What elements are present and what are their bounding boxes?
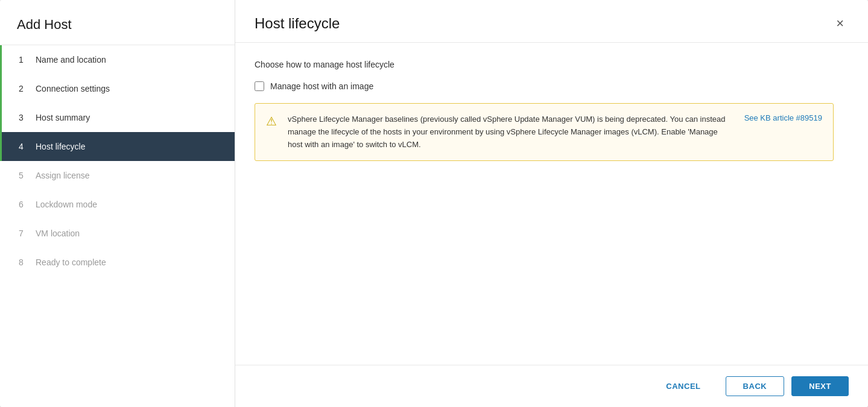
page-title: Host lifecycle: [255, 15, 340, 32]
step-label-5: Assign license: [36, 171, 90, 180]
main-content: Choose how to manage host lifecycle Mana…: [235, 43, 868, 365]
warning-banner: ⚠ vSphere Lifecycle Manager baselines (p…: [255, 103, 834, 161]
close-button[interactable]: ×: [831, 14, 849, 33]
warning-text: vSphere Lifecycle Manager baselines (pre…: [288, 113, 735, 151]
dialog-title: Add Host: [0, 0, 235, 45]
step-number-8: 8: [19, 257, 28, 267]
step-label-3: Host summary: [36, 113, 90, 122]
sidebar-step-2[interactable]: 2 Connection settings: [0, 74, 235, 103]
step-label-8: Ready to complete: [36, 257, 106, 267]
sidebar-step-1[interactable]: 1 Name and location: [0, 45, 235, 74]
manage-image-checkbox[interactable]: [255, 81, 264, 91]
step-label-6: Lockdown mode: [36, 200, 97, 209]
manage-image-label[interactable]: Manage host with an image: [270, 81, 373, 91]
step-number-3: 3: [19, 113, 28, 122]
warning-content: vSphere Lifecycle Manager baselines (pre…: [288, 113, 822, 151]
main-panel: Host lifecycle × Choose how to manage ho…: [235, 0, 868, 407]
sidebar-step-5[interactable]: 5 Assign license: [0, 161, 235, 190]
step-label-2: Connection settings: [36, 84, 110, 93]
step-number-1: 1: [19, 55, 28, 65]
warning-top-row: vSphere Lifecycle Manager baselines (pre…: [288, 113, 822, 151]
step-label-4: Host lifecycle: [36, 142, 85, 151]
sidebar: Add Host 1 Name and location 2 Connectio…: [0, 0, 235, 407]
sidebar-step-4: 4 Host lifecycle: [0, 132, 235, 161]
step-number-2: 2: [19, 84, 28, 93]
steps-list: 1 Name and location 2 Connection setting…: [0, 45, 235, 407]
step-number-5: 5: [19, 171, 28, 180]
step-label-1: Name and location: [36, 55, 106, 65]
step-label-7: VM location: [36, 229, 80, 238]
step-number-6: 6: [19, 200, 28, 209]
sidebar-step-6[interactable]: 6 Lockdown mode: [0, 190, 235, 219]
kb-article-link[interactable]: See KB article #89519: [744, 113, 822, 122]
sidebar-step-3[interactable]: 3 Host summary: [0, 103, 235, 132]
next-button[interactable]: NEXT: [791, 376, 849, 396]
section-subtitle: Choose how to manage host lifecycle: [255, 60, 849, 69]
cancel-button[interactable]: CANCEL: [648, 376, 718, 396]
sidebar-step-7[interactable]: 7 VM location: [0, 219, 235, 248]
step-number-4: 4: [19, 142, 28, 151]
sidebar-step-8[interactable]: 8 Ready to complete: [0, 248, 235, 277]
back-button[interactable]: BACK: [726, 376, 785, 396]
manage-image-row: Manage host with an image: [255, 81, 849, 91]
warning-icon: ⚠: [266, 114, 279, 128]
footer: CANCEL BACK NEXT: [235, 365, 868, 407]
main-header: Host lifecycle ×: [235, 0, 868, 43]
add-host-dialog: Add Host 1 Name and location 2 Connectio…: [0, 0, 868, 407]
step-number-7: 7: [19, 229, 28, 238]
